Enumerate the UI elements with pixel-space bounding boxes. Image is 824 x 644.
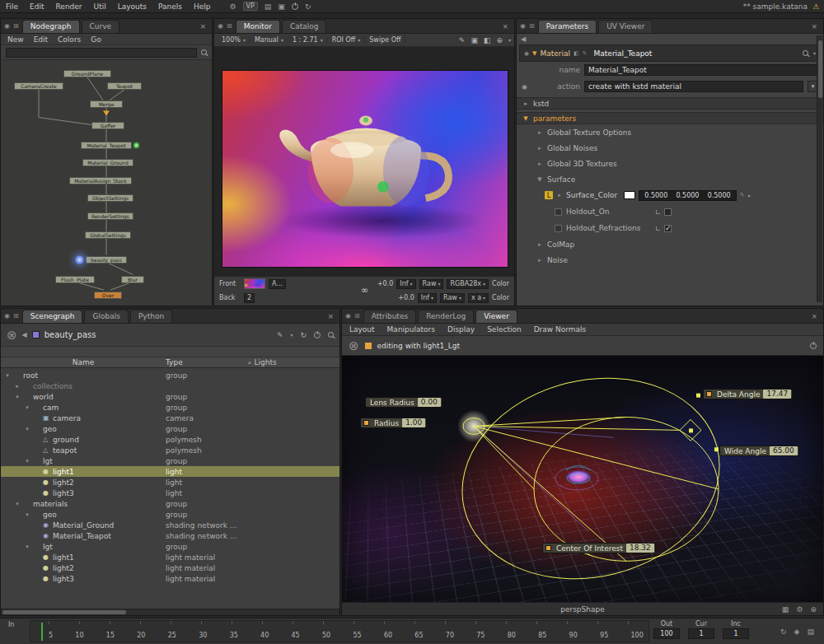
material-node-header[interactable]: ◉ ▼ Material ◧ ✎ Material_Teapot ▾: [519, 44, 821, 62]
expand-icon[interactable]: ▼: [532, 50, 536, 57]
graph-node[interactable]: Blur: [121, 276, 144, 283]
tree-toggle-icon[interactable]: ▾: [4, 372, 11, 379]
working-set-icon[interactable]: ⊗: [7, 328, 17, 343]
color-swatch[interactable]: [624, 191, 635, 199]
tab[interactable]: Nodegraph: [22, 20, 80, 33]
parameters-scrollbar[interactable]: [817, 35, 822, 302]
graph-node[interactable]: Over: [94, 292, 122, 299]
link-icon[interactable]: ◧: [574, 50, 579, 57]
holdout-on-checkbox[interactable]: [664, 208, 672, 216]
panel-dot-icon[interactable]: ◉: [345, 312, 351, 320]
expand-icon[interactable]: ▸: [556, 192, 563, 198]
tree-row[interactable]: ▾ materials group: [1, 498, 339, 509]
front-view-dropdown[interactable]: Raw▾: [419, 279, 444, 289]
power-icon[interactable]: [292, 3, 298, 10]
tab[interactable]: RenderLog: [418, 310, 474, 323]
tree-row[interactable]: ▸ collections: [1, 380, 339, 391]
tab[interactable]: Curve: [82, 20, 120, 33]
manipulator-value[interactable]: 1.00: [402, 418, 425, 427]
menu-item[interactable]: Edit: [34, 35, 48, 44]
tree-row[interactable]: ▾ world group: [1, 391, 339, 402]
back-exposure[interactable]: +0.0: [398, 294, 414, 301]
tree-row[interactable]: ▾ geo group: [1, 423, 339, 434]
menu-item[interactable]: Render: [50, 2, 88, 11]
tree-row[interactable]: teapot polymesh: [1, 445, 339, 455]
holdout-refractions-checkbox[interactable]: [664, 225, 672, 232]
group-toggle-icon[interactable]: ▼: [536, 176, 543, 183]
tree-toggle-icon[interactable]: ▾: [24, 511, 30, 518]
expand-icon[interactable]: ▸: [522, 100, 529, 107]
alert-icon[interactable]: ⚠: [812, 2, 819, 11]
menu-item[interactable]: Colors: [58, 35, 81, 44]
viewer-menu-item[interactable]: Display: [447, 325, 475, 334]
menu-item[interactable]: Help: [188, 2, 217, 11]
update-mode-dropdown[interactable]: Manual▾: [250, 36, 288, 44]
tree-row[interactable]: ▾ root group: [1, 370, 339, 380]
manipulator-value[interactable]: 65.00: [770, 446, 798, 455]
name-field-input[interactable]: Material_Teapot: [584, 64, 818, 76]
viewer-menu-item[interactable]: Layout: [349, 325, 375, 334]
graph-node[interactable]: Gaffer: [91, 122, 124, 129]
graph-node[interactable]: RenderSettings: [87, 212, 133, 220]
tree-row[interactable]: Material_Teapot shading network ...: [1, 530, 339, 541]
kstd-section-bar[interactable]: ▸ kstd: [517, 97, 823, 110]
front-channels-dropdown[interactable]: RGBA28x▾: [447, 279, 489, 289]
holdout-on-row[interactable]: Holdout_On: [517, 203, 823, 220]
tree-row[interactable]: ▾ lgt group: [1, 541, 339, 552]
menu-icon[interactable]: ▤: [807, 628, 814, 636]
tree-toggle-icon[interactable]: ▾: [14, 501, 21, 507]
view-grid-icon[interactable]: ▦: [782, 605, 789, 614]
pencil-icon[interactable]: ✎: [459, 36, 466, 44]
chevron-down-icon[interactable]: ▾: [813, 50, 816, 56]
render-view[interactable]: [214, 47, 514, 276]
refresh-icon[interactable]: ↻: [780, 628, 787, 636]
menu-item[interactable]: Panels: [152, 2, 188, 11]
menu-item[interactable]: Layouts: [112, 2, 152, 11]
manipulator-value[interactable]: 18.32: [626, 544, 654, 553]
tree-row[interactable]: light2 light material: [1, 562, 339, 573]
panel-dot-icon[interactable]: ◉: [4, 312, 10, 320]
param-group-row[interactable]: ▸ ColMap: [517, 236, 823, 252]
tree-row[interactable]: light1 light: [1, 466, 339, 477]
tree-toggle-icon[interactable]: ▾: [24, 404, 30, 411]
menu-item[interactable]: New: [7, 35, 24, 44]
tree-row[interactable]: ▾ geo group: [1, 509, 339, 520]
chevron-down-icon[interactable]: ▾: [290, 332, 293, 338]
group-toggle-icon[interactable]: ▸: [536, 257, 543, 264]
front-mode-box[interactable]: A...: [269, 279, 286, 289]
manipulator-value-pill[interactable]: Lens Radius 0.00: [365, 397, 442, 408]
close-icon[interactable]: ×: [499, 22, 511, 30]
panel-dot-icon[interactable]: ◉: [218, 22, 223, 30]
group-toggle-icon[interactable]: ▸: [536, 145, 543, 152]
tab[interactable]: Globals: [84, 310, 128, 323]
graph-node[interactable]: Merge: [90, 100, 123, 108]
pencil-icon[interactable]: ✎: [583, 50, 588, 57]
scroll-thumb[interactable]: [818, 40, 822, 98]
refresh-icon[interactable]: ↻: [300, 331, 307, 339]
close-icon[interactable]: ×: [808, 312, 820, 320]
back-range-dropdown[interactable]: Inf▾: [418, 293, 437, 303]
tab[interactable]: Monitor: [236, 20, 280, 33]
compare-icon[interactable]: ◧: [484, 36, 491, 44]
layers-icon[interactable]: ▣: [471, 36, 478, 44]
graph-node[interactable]: CameraCreate: [14, 82, 63, 90]
working-set-icon[interactable]: ⊗: [349, 338, 359, 353]
frame-ruler[interactable]: 5101520253035404550556065707580859095100: [30, 620, 649, 642]
tree-toggle-icon[interactable]: ▾: [24, 426, 30, 432]
tree-toggle-icon[interactable]: ▸: [14, 383, 21, 390]
help-dot-icon[interactable]: ◉: [522, 83, 528, 91]
tab[interactable]: Scenegraph: [22, 310, 83, 323]
vp-toggle[interactable]: VP: [243, 2, 258, 11]
collapse-icon[interactable]: ▼: [522, 115, 529, 122]
group-toggle-icon[interactable]: ▸: [536, 241, 543, 248]
pencil-icon[interactable]: ✎: [277, 331, 283, 339]
tree-row[interactable]: ▾ lgt group: [1, 455, 339, 466]
panel-dot-icon[interactable]: ◉: [520, 22, 526, 30]
search-icon[interactable]: [328, 332, 334, 338]
param-group-row[interactable]: ▸ Global Noises: [517, 140, 823, 156]
panel-grid-icon[interactable]: ⊞: [354, 312, 360, 320]
current-frame-input[interactable]: 1: [688, 628, 714, 639]
column-name[interactable]: Name: [1, 358, 166, 366]
panel-grid-icon[interactable]: ⊞: [227, 22, 232, 30]
refresh-icon[interactable]: ↻: [305, 2, 311, 11]
